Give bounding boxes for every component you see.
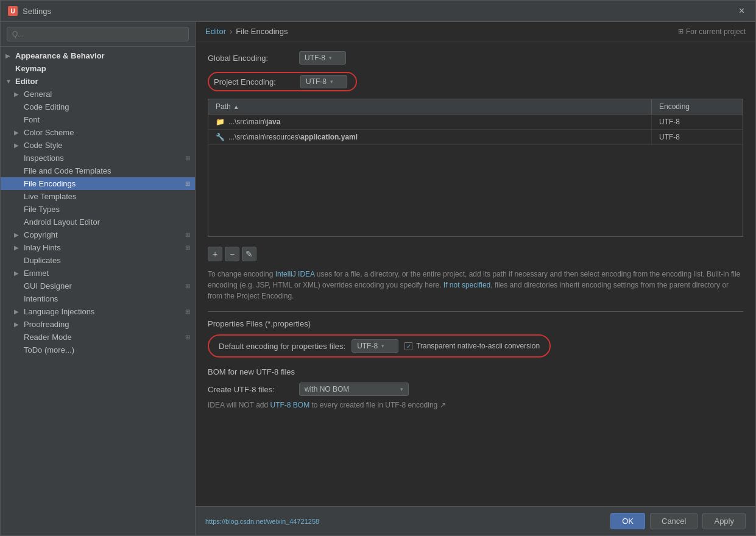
- transparent-conversion-checkbox[interactable]: [404, 342, 412, 350]
- sidebar-item-language-injections[interactable]: ▶ Language Injections ⊞: [1, 305, 195, 318]
- sidebar-item-label: Emmet: [24, 269, 190, 278]
- arrow-icon: ▶: [14, 321, 21, 328]
- sidebar-item-intentions[interactable]: Intentions: [1, 292, 195, 305]
- dropdown-arrow-icon: ▾: [400, 386, 403, 392]
- sidebar-item-todo[interactable]: ToDo (more...): [1, 344, 195, 356]
- properties-encoding-label: Default encoding for properties files:: [219, 342, 345, 351]
- arrow-icon: ▶: [14, 142, 21, 149]
- transparent-conversion-label: Transparent native-to-ascii conversion: [404, 342, 540, 350]
- row-path-cell: 📁 ...\src\main\java: [208, 115, 651, 129]
- sidebar-item-label: Color Scheme: [24, 128, 190, 137]
- project-icon: ⊞: [678, 27, 684, 35]
- sidebar-item-keymap[interactable]: Keymap: [1, 62, 195, 75]
- col-encoding-header: Encoding: [651, 99, 743, 114]
- sidebar-item-label: GUI Designer: [24, 281, 183, 291]
- sidebar-item-label: Inspections: [24, 153, 183, 163]
- sidebar-item-code-editing[interactable]: Code Editing: [1, 100, 195, 113]
- sidebar-item-label: Editor: [15, 77, 190, 86]
- properties-encoding-value: UTF-8: [357, 342, 378, 350]
- arrow-icon: ▼: [5, 78, 13, 85]
- sidebar-item-duplicates[interactable]: Duplicates: [1, 254, 195, 267]
- path-bold: java: [266, 118, 280, 126]
- global-encoding-value: UTF-8: [305, 54, 325, 62]
- footer-link[interactable]: https://blog.csdn.net/weixin_44721258: [205, 518, 319, 525]
- idea-note: IDEA will NOT add UTF-8 BOM to every cre…: [208, 401, 743, 409]
- sidebar-item-label: Code Editing: [24, 102, 190, 111]
- apply-button[interactable]: Apply: [702, 513, 746, 529]
- sidebar-item-file-types[interactable]: File Types: [1, 203, 195, 216]
- breadcrumb-current: File Encodings: [236, 27, 288, 36]
- properties-highlight-section: Default encoding for properties files: U…: [208, 334, 743, 358]
- sidebar-item-editor[interactable]: ▼ Editor: [1, 75, 195, 88]
- title-bar-left: U Settings: [8, 6, 51, 16]
- sidebar-item-font[interactable]: Font: [1, 113, 195, 126]
- sidebar-item-file-encodings[interactable]: File Encodings ⊞: [1, 177, 195, 190]
- arrow-icon: ▶: [14, 91, 21, 97]
- dropdown-arrow-icon: ▾: [329, 55, 332, 61]
- sidebar-item-file-code-templates[interactable]: File and Code Templates: [1, 164, 195, 177]
- row-path-cell: 🔧 ...\src\main\resources\application.yam…: [208, 130, 651, 144]
- path-text: ...\src\main\java: [228, 118, 280, 126]
- edit-button[interactable]: ✎: [242, 247, 256, 261]
- sidebar-item-label: Keymap: [15, 64, 190, 73]
- row-encoding-cell: UTF-8: [651, 130, 743, 144]
- settings-window: U Settings × ▶ Appearance & Behavior Key…: [0, 0, 756, 536]
- project-encoding-value: UTF-8: [306, 77, 327, 86]
- sidebar-item-live-templates[interactable]: Live Templates: [1, 190, 195, 203]
- close-button[interactable]: ×: [735, 4, 748, 18]
- sidebar-item-emmet[interactable]: ▶ Emmet: [1, 267, 195, 280]
- cancel-button[interactable]: Cancel: [650, 513, 698, 529]
- utf8-bom-link: UTF-8 BOM: [270, 401, 309, 409]
- project-encoding-section: Project Encoding: UTF-8 ▾: [208, 72, 743, 91]
- badge-icon: ⊞: [185, 180, 190, 187]
- file-icon: 🔧: [216, 133, 225, 141]
- breadcrumb-project-label: For current project: [686, 27, 746, 36]
- table-row[interactable]: 🔧 ...\src\main\resources\application.yam…: [208, 130, 743, 145]
- sidebar-item-proofreading[interactable]: ▶ Proofreading: [1, 318, 195, 331]
- sidebar-item-color-scheme[interactable]: ▶ Color Scheme: [1, 126, 195, 139]
- badge-icon: ⊞: [185, 244, 190, 251]
- sidebar-item-general[interactable]: ▶ General: [1, 88, 195, 100]
- breadcrumb-project-link[interactable]: ⊞ For current project: [678, 27, 746, 36]
- remove-button[interactable]: −: [225, 247, 239, 261]
- sidebar-item-label: Live Templates: [24, 192, 190, 201]
- sidebar-item-android-layout[interactable]: Android Layout Editor: [1, 216, 195, 228]
- bom-row: Create UTF-8 files: with NO BOM ▾: [208, 383, 743, 396]
- sidebar-item-label: File Encodings: [24, 179, 183, 188]
- sidebar-item-copyright[interactable]: ▶ Copyright ⊞: [1, 228, 195, 241]
- global-encoding-dropdown[interactable]: UTF-8 ▾: [299, 51, 346, 65]
- sidebar-item-gui-designer[interactable]: GUI Designer ⊞: [1, 280, 195, 292]
- panel-content: Global Encoding: UTF-8 ▾ Project Encodin…: [196, 41, 755, 506]
- ok-button[interactable]: OK: [610, 513, 645, 529]
- sidebar-item-inspections[interactable]: Inspections ⊞: [1, 152, 195, 164]
- row-encoding-cell: UTF-8: [651, 115, 743, 129]
- sidebar-item-label: File Types: [24, 205, 190, 214]
- search-input[interactable]: [7, 27, 189, 41]
- properties-encoding-dropdown[interactable]: UTF-8 ▾: [352, 339, 398, 353]
- badge-icon: ⊞: [185, 308, 190, 315]
- table-empty-space: [208, 145, 743, 218]
- sidebar-item-label: Reader Mode: [24, 333, 183, 342]
- col-path-label: Path: [216, 102, 231, 111]
- project-encoding-dropdown[interactable]: UTF-8 ▾: [300, 75, 347, 88]
- sidebar-item-label: Proofreading: [24, 320, 190, 329]
- sidebar-item-label: File and Code Templates: [24, 166, 190, 175]
- sidebar-item-label: Code Style: [24, 141, 190, 150]
- title-bar: U Settings ×: [1, 1, 755, 22]
- badge-icon: ⊞: [185, 334, 190, 340]
- arrow-icon: ▶: [5, 52, 13, 59]
- create-utf8-dropdown[interactable]: with NO BOM ▾: [299, 383, 409, 396]
- path-text: ...\src\main\resources\application.yaml: [228, 133, 358, 141]
- encoding-toolbar: + − ✎: [208, 244, 743, 264]
- breadcrumb-parent[interactable]: Editor: [205, 27, 226, 36]
- sidebar-item-inlay-hints[interactable]: ▶ Inlay Hints ⊞: [1, 241, 195, 254]
- dropdown-arrow-icon: ▾: [330, 79, 333, 85]
- arrow-icon: ▶: [14, 231, 21, 238]
- sidebar-item-label: General: [24, 90, 190, 99]
- sidebar-item-reader-mode[interactable]: Reader Mode ⊞: [1, 331, 195, 344]
- sidebar-item-appearance[interactable]: ▶ Appearance & Behavior: [1, 49, 195, 62]
- project-encoding-label: Project Encoding:: [209, 77, 294, 86]
- table-row[interactable]: 📁 ...\src\main\java UTF-8: [208, 115, 743, 130]
- sidebar-item-code-style[interactable]: ▶ Code Style: [1, 139, 195, 152]
- add-button[interactable]: +: [208, 247, 222, 261]
